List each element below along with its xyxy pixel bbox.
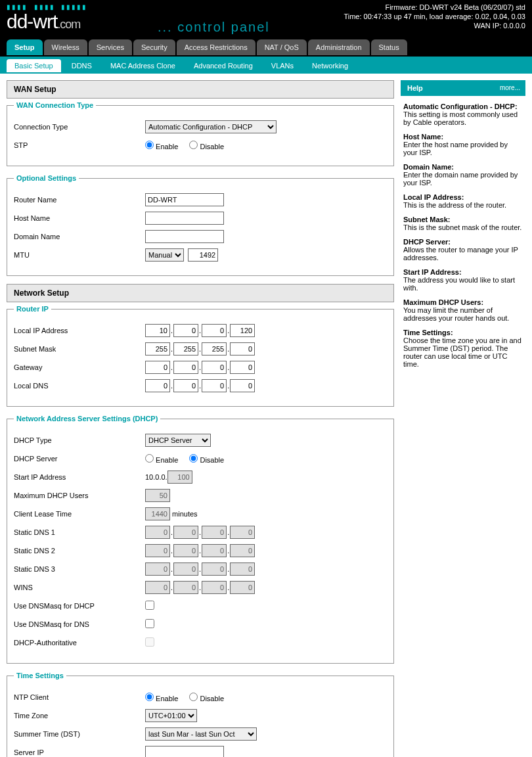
checkbox-dnsmasq-dns[interactable] [145, 619, 154, 628]
label-wins: WINS [14, 584, 145, 591]
lease-unit: minutes [172, 510, 198, 518]
help-item-4: Subnet Mask:This is the subnet mask of t… [403, 216, 523, 231]
legend-routerip: Router IP [14, 305, 51, 313]
radio-ntp-enable[interactable]: Enable [145, 695, 178, 702]
label-lease: Client Lease Time [14, 510, 145, 518]
input-maxusers [145, 489, 170, 502]
input-domain[interactable] [145, 230, 224, 243]
input-gateway-2[interactable] [202, 361, 227, 374]
select-dhcp-type[interactable]: DHCP Server [145, 434, 211, 447]
fieldset-time: Time Settings NTP Client Enable Disable … [7, 672, 394, 757]
input-subnet-1[interactable] [173, 342, 198, 356]
help-text: The address you would like to start with… [403, 276, 515, 292]
input-localip-2[interactable] [202, 324, 227, 337]
input-subnet-3[interactable] [230, 342, 255, 356]
input-mtu[interactable] [188, 248, 218, 262]
help-item-1: Host Name:Enter the host name provided b… [403, 133, 523, 156]
input-subnet-2[interactable] [202, 342, 227, 356]
main-tabs: SetupWirelessServicesSecurityAccess Rest… [0, 39, 532, 57]
input-dns1-1 [173, 526, 198, 539]
label-dns3: Static DNS 3 [14, 565, 145, 573]
radio-dhcp-disable[interactable]: Disable [189, 456, 224, 464]
logo-text: dd-wrt [7, 11, 57, 32]
help-item-5: DHCP Server:Allows the router to manage … [403, 238, 523, 262]
subtab-basic-setup[interactable]: Basic Setup [7, 59, 61, 72]
help-more-link[interactable]: more... [500, 84, 520, 91]
radio-stp-enable[interactable]: Enable [145, 143, 178, 150]
tab-access-restrictions[interactable]: Access Restrictions [177, 39, 255, 55]
label-tz: Time Zone [14, 712, 145, 720]
input-localdns-2[interactable] [202, 379, 227, 392]
label-dhcp-type: DHCP Type [14, 436, 145, 444]
input-subnet-0[interactable] [145, 342, 170, 356]
legend-dhcp: Network Address Server Settings (DHCP) [14, 415, 160, 423]
input-localdns-0[interactable] [145, 379, 170, 392]
help-text: This setting is most commonly used by Ca… [403, 110, 518, 126]
sub-tabs: Basic SetupDDNSMAC Address CloneAdvanced… [0, 57, 532, 74]
input-gateway-0[interactable] [145, 361, 170, 374]
checkbox-dnsmasq-dhcp[interactable] [145, 601, 154, 610]
help-heading: Time Settings: [403, 329, 523, 336]
input-localdns-3[interactable] [230, 379, 255, 392]
help-item-6: Start IP Address:The address you would l… [403, 268, 523, 292]
label-startip: Start IP Address [14, 473, 145, 481]
help-heading: Maximum DHCP Users: [403, 298, 523, 306]
input-wins-0 [145, 581, 170, 594]
input-wins-1 [173, 581, 198, 594]
input-localip-1[interactable] [173, 324, 198, 337]
help-panel: Help more... Automatic Configuration - D… [401, 80, 525, 757]
label-subnet: Subnet Mask [14, 345, 145, 353]
help-text: This is the subnet mask of the router. [403, 223, 521, 231]
select-mtu-mode[interactable]: Manual [145, 248, 184, 262]
input-wins-3 [230, 581, 255, 594]
input-dns1-2 [202, 526, 227, 539]
wanip-text: WAN IP: 0.0.0.0 [344, 21, 525, 30]
input-host[interactable] [145, 212, 224, 225]
help-item-8: Time Settings:Choose the time zone you a… [403, 329, 523, 368]
input-ntp-server[interactable] [145, 746, 224, 757]
subtab-networking[interactable]: Networking [304, 59, 356, 72]
select-tz[interactable]: UTC+01:00 [145, 709, 197, 722]
input-localip-0[interactable] [145, 324, 170, 337]
radio-ntp-disable[interactable]: Disable [189, 695, 224, 702]
subtab-vlans[interactable]: VLANs [263, 59, 301, 72]
input-router-name[interactable] [145, 193, 224, 206]
select-conn-type[interactable]: Automatic Configuration - DHCP [145, 120, 277, 133]
tab-nat-qos[interactable]: NAT / QoS [257, 39, 307, 55]
radio-stp-disable[interactable]: Disable [189, 143, 224, 150]
input-gateway-1[interactable] [173, 361, 198, 374]
label-maxusers: Maximum DHCP Users [14, 492, 145, 499]
help-heading: Start IP Address: [403, 268, 523, 276]
radio-dhcp-enable[interactable]: Enable [145, 456, 178, 464]
tab-wireless[interactable]: Wireless [44, 39, 87, 55]
subtab-mac-address-clone[interactable]: MAC Address Clone [102, 59, 183, 72]
input-dns2-0 [145, 544, 170, 557]
help-title: Help more... [401, 80, 525, 96]
help-item-7: Maximum DHCP Users:You may limit the num… [403, 298, 523, 322]
input-lease [145, 507, 170, 520]
input-gateway-3[interactable] [230, 361, 255, 374]
section-wan-setup: WAN Setup [7, 80, 394, 99]
input-dns2-1 [173, 544, 198, 557]
subtab-ddns[interactable]: DDNS [64, 59, 100, 72]
subtab-advanced-routing[interactable]: Advanced Routing [186, 59, 261, 72]
tab-services[interactable]: Services [89, 39, 132, 55]
control-panel-label: ... control panel [158, 20, 270, 35]
help-text: Enter the host name provided by your ISP… [403, 141, 508, 156]
input-localip-3[interactable] [230, 324, 255, 337]
logo: ▮▮▮▮ ▮▮▮▮ ▮▮▮▮▮ dd-wrt.com [7, 3, 87, 33]
uptime-text: Time: 00:47:33 up 47 min, load average: … [344, 12, 525, 21]
label-authoritative: DHCP-Authoritative [14, 639, 145, 647]
input-localdns-1[interactable] [173, 379, 198, 392]
firmware-text: Firmware: DD-WRT v24 Beta (06/20/07) std [344, 3, 525, 12]
help-heading: Domain Name: [403, 163, 523, 171]
tab-setup[interactable]: Setup [7, 39, 43, 55]
tab-security[interactable]: Security [133, 39, 175, 55]
tab-status[interactable]: Status [371, 39, 407, 55]
input-dns3-1 [173, 562, 198, 576]
label-dhcp-server: DHCP Server [14, 455, 145, 463]
label-dnsmasq-dns: Use DNSMasq for DNS [14, 620, 145, 628]
select-dst[interactable]: last Sun Mar - last Sun Oct [145, 727, 257, 741]
help-item-3: Local IP Address:This is the address of … [403, 193, 523, 209]
tab-administration[interactable]: Administration [308, 39, 370, 55]
